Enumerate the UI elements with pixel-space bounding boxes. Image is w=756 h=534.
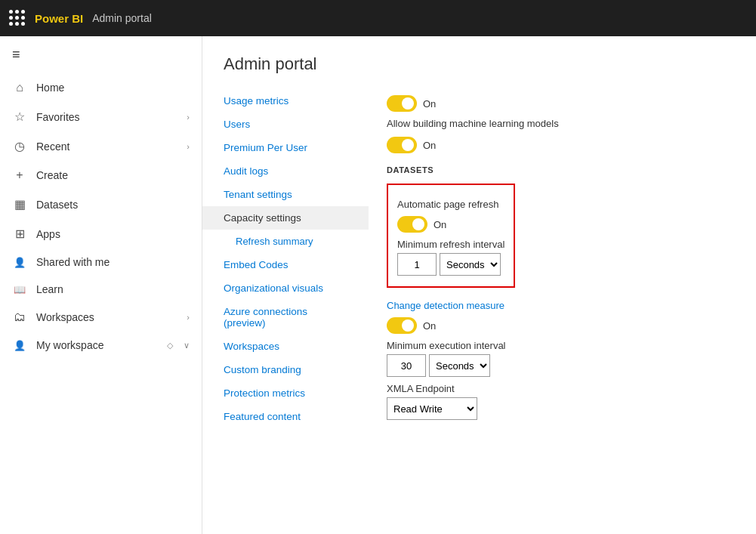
toggle4[interactable] bbox=[387, 317, 417, 334]
shared-icon: 👤 bbox=[12, 257, 27, 268]
topbar-title: Admin portal bbox=[92, 12, 152, 24]
allow-ml-label: Allow building machine learning models bbox=[387, 118, 738, 129]
xmla-row: Read Write Read Only Off bbox=[387, 397, 738, 420]
sidebar-item-myworkspace[interactable]: 👤 My workspace ◇ ∨ bbox=[0, 332, 202, 359]
refresh-unit-select[interactable]: Seconds Minutes Hours bbox=[440, 253, 501, 276]
toggle1-label: On bbox=[423, 98, 436, 110]
subnav-item-custom-branding[interactable]: Custom branding bbox=[202, 358, 369, 381]
topbar: Power BI Admin portal bbox=[0, 0, 756, 36]
sidebar-item-datasets[interactable]: ▦ Datasets bbox=[0, 190, 202, 219]
admin-body: Usage metrics Users Premium Per User Aud… bbox=[202, 83, 756, 441]
toggle1-row: On bbox=[387, 95, 738, 112]
subnav-item-premium-per-user[interactable]: Premium Per User bbox=[202, 136, 369, 159]
datasets-icon: ▦ bbox=[12, 197, 27, 211]
subnav-item-org-visuals[interactable]: Organizational visuals bbox=[202, 276, 369, 300]
xmla-label: XMLA Endpoint bbox=[387, 383, 738, 394]
myworkspace-icon: 👤 bbox=[12, 340, 27, 351]
sidebar-item-home[interactable]: ⌂ Home bbox=[0, 73, 202, 102]
sidebar: ≡ ⌂ Home ☆ Favorites › ◷ Recent › + Crea… bbox=[0, 36, 202, 534]
toggle2[interactable] bbox=[387, 137, 417, 153]
subnav-item-protection-metrics[interactable]: Protection metrics bbox=[202, 381, 369, 405]
layout: ≡ ⌂ Home ☆ Favorites › ◷ Recent › + Crea… bbox=[0, 36, 756, 534]
subnav-item-featured-content[interactable]: Featured content bbox=[202, 405, 369, 428]
refresh-value-input[interactable] bbox=[397, 253, 437, 276]
settings-panel: On Allow building machine learning model… bbox=[369, 83, 756, 441]
toggle3[interactable] bbox=[397, 216, 427, 233]
admin-content: Admin portal Usage metrics Users Premium… bbox=[202, 36, 756, 441]
datasets-section-title: DATASETS bbox=[387, 165, 738, 174]
min-refresh-label: Minimum refresh interval bbox=[397, 239, 505, 250]
min-exec-label: Minimum execution interval bbox=[387, 340, 738, 351]
subnav-item-tenant-settings[interactable]: Tenant settings bbox=[202, 183, 369, 206]
toggle1[interactable] bbox=[387, 95, 417, 112]
change-detection-label[interactable]: Change detection measure bbox=[387, 300, 738, 311]
learn-icon: 📖 bbox=[12, 284, 27, 295]
sidebar-item-label: Datasets bbox=[36, 199, 190, 211]
toggle2-row: On bbox=[387, 137, 738, 153]
chevron-right-icon: › bbox=[187, 113, 190, 122]
product-logo: Power BI bbox=[35, 12, 83, 25]
sidebar-item-label: Create bbox=[36, 169, 190, 181]
sidebar-item-label: My workspace bbox=[36, 339, 158, 351]
exec-unit-select[interactable]: Seconds Minutes Hours bbox=[429, 354, 490, 377]
subnav-item-capacity-settings[interactable]: Capacity settings bbox=[202, 206, 369, 230]
toggle4-row: On bbox=[387, 317, 738, 334]
subnav-item-audit-logs[interactable]: Audit logs bbox=[202, 159, 369, 183]
toggle4-label: On bbox=[423, 320, 436, 332]
xmla-select[interactable]: Read Write Read Only Off bbox=[387, 397, 477, 420]
toggle3-row: On bbox=[397, 216, 505, 233]
toggle3-label: On bbox=[434, 219, 446, 230]
subnav-item-usage-metrics[interactable]: Usage metrics bbox=[202, 89, 369, 113]
hamburger-button[interactable]: ≡ bbox=[0, 36, 202, 73]
auto-page-refresh-label: Automatic page refresh bbox=[397, 199, 505, 210]
subnav-item-embed-codes[interactable]: Embed Codes bbox=[202, 253, 369, 276]
sidebar-item-shared[interactable]: 👤 Shared with me bbox=[0, 248, 202, 276]
sidebar-item-label: Learn bbox=[36, 283, 190, 295]
sidebar-item-label: Recent bbox=[36, 140, 177, 153]
apps-icon: ⊞ bbox=[12, 227, 27, 241]
chevron-down-icon: ∨ bbox=[184, 341, 190, 350]
sidebar-item-label: Home bbox=[36, 82, 190, 94]
subnav-item-users[interactable]: Users bbox=[202, 113, 369, 136]
sidebar-item-apps[interactable]: ⊞ Apps bbox=[0, 219, 202, 248]
home-icon: ⌂ bbox=[12, 81, 27, 94]
sidebar-item-label: Workspaces bbox=[36, 311, 177, 323]
subnav-item-refresh-summary[interactable]: Refresh summary bbox=[202, 230, 369, 253]
sidebar-item-label: Apps bbox=[36, 228, 190, 240]
page-title: Admin portal bbox=[202, 36, 756, 83]
toggle2-label: On bbox=[423, 140, 436, 151]
subnav-item-azure-connections[interactable]: Azure connections (preview) bbox=[202, 300, 369, 335]
sidebar-item-learn[interactable]: 📖 Learn bbox=[0, 276, 202, 303]
favorites-icon: ☆ bbox=[12, 110, 27, 124]
sidebar-item-workspaces[interactable]: 🗂 Workspaces › bbox=[0, 303, 202, 332]
main-content: Admin portal Usage metrics Users Premium… bbox=[202, 36, 756, 534]
apps-grid-icon[interactable] bbox=[9, 10, 26, 26]
sidebar-item-create[interactable]: + Create bbox=[0, 161, 202, 190]
subnav-item-workspaces[interactable]: Workspaces bbox=[202, 335, 369, 358]
exec-value-input[interactable] bbox=[387, 354, 426, 377]
auto-page-refresh-box: Automatic page refresh On Minimum refres… bbox=[387, 184, 515, 288]
recent-icon: ◷ bbox=[12, 139, 27, 153]
min-exec-interval-row: Seconds Minutes Hours bbox=[387, 354, 738, 377]
workspaces-icon: 🗂 bbox=[12, 310, 27, 324]
sidebar-item-favorites[interactable]: ☆ Favorites › bbox=[0, 102, 202, 131]
sidebar-item-label: Favorites bbox=[36, 111, 177, 123]
sidebar-item-label: Shared with me bbox=[36, 256, 190, 268]
create-icon: + bbox=[12, 168, 27, 182]
chevron-right-icon: › bbox=[187, 142, 190, 151]
diamond-icon: ◇ bbox=[167, 341, 173, 350]
chevron-right-icon: › bbox=[187, 313, 190, 322]
min-refresh-interval-row: Seconds Minutes Hours bbox=[397, 253, 505, 276]
subnav: Usage metrics Users Premium Per User Aud… bbox=[202, 83, 369, 441]
sidebar-item-recent[interactable]: ◷ Recent › bbox=[0, 131, 202, 161]
